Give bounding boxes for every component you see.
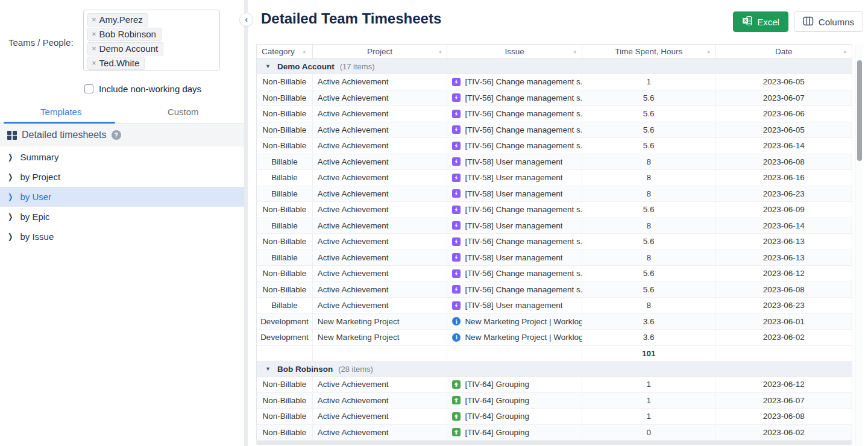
timesheet-row: Non-BillableActive Achievement[TIV-56] C… xyxy=(257,138,852,154)
project-cell: Active Achievement xyxy=(313,202,448,218)
bolt-icon xyxy=(452,78,461,86)
collapse-sidebar-button[interactable]: ‹ xyxy=(239,13,253,27)
issue-cell: [TIV-64] Grouping xyxy=(447,425,582,441)
sort-arrow-icon: ▲ xyxy=(706,49,711,54)
issue-cell: iNew Marketing Project | Worklog xyxy=(447,330,582,345)
group-total-row: 101 xyxy=(257,346,852,362)
bolt-icon xyxy=(452,253,461,262)
tab-custom[interactable]: Custom xyxy=(122,101,245,123)
category-cell: Non-Billable xyxy=(257,266,313,281)
hours-cell: 3.6 xyxy=(582,330,716,345)
column-header-issue[interactable]: Issue▲ xyxy=(447,45,582,58)
category-cell: Non-Billable xyxy=(257,282,313,298)
include-non-working-days-checkbox[interactable] xyxy=(84,84,93,93)
issue-cell: [TIV-56] Change management s... xyxy=(447,122,582,138)
bolt-icon xyxy=(452,93,461,102)
timesheet-row: Non-BillableActive Achievement[TIV-64] G… xyxy=(257,409,852,425)
empty-cell xyxy=(715,346,852,362)
issue-cell: [TIV-58] User management xyxy=(447,170,582,186)
chevron-right-icon: ❯ xyxy=(8,152,13,161)
hours-cell: 1 xyxy=(582,409,716,424)
tab-custom-label: Custom xyxy=(168,107,199,117)
group-header-row[interactable]: ▼Demo Account(17 items) xyxy=(257,59,852,74)
columns-button[interactable]: Columns xyxy=(794,11,863,32)
bolt-icon xyxy=(452,221,461,230)
sidebar-item-summary[interactable]: ❯Summary xyxy=(0,147,244,167)
hours-cell: 5.6 xyxy=(582,106,716,122)
hours-cell: 5.6 xyxy=(582,202,716,218)
include-non-working-days-row: Include non-working days xyxy=(84,84,201,94)
issue-label: [TIV-58] User management xyxy=(465,253,562,262)
project-cell: Active Achievement xyxy=(313,90,448,106)
improvement-icon xyxy=(452,380,461,389)
category-cell: Billable xyxy=(257,170,313,186)
issue-cell: iNew Marketing Project | Worklog xyxy=(447,314,582,330)
hours-cell: 3.6 xyxy=(582,314,716,330)
hours-cell: 5.6 xyxy=(582,90,716,106)
sidebar-item-by-user[interactable]: ❯by User xyxy=(0,187,244,207)
timesheet-row: BillableActive Achievement[TIV-58] User … xyxy=(257,154,852,171)
timesheet-row: Non-BillableActive Achievement[TIV-64] G… xyxy=(257,377,852,393)
column-header-category[interactable]: Category▲ xyxy=(257,45,313,58)
chevron-right-icon: ❯ xyxy=(8,232,13,240)
timesheet-row: Non-BillableActive Achievement[TIV-56] C… xyxy=(257,202,852,218)
person-chip-label: Bob Robinson xyxy=(99,29,156,39)
issue-cell: [TIV-56] Change management s... xyxy=(447,282,582,298)
help-icon[interactable]: ? xyxy=(112,130,121,140)
hours-cell: 8 xyxy=(582,186,716,202)
column-header-project[interactable]: Project▲ xyxy=(313,45,448,58)
project-cell: Active Achievement xyxy=(313,122,448,138)
teams-people-label: Teams / People: xyxy=(8,37,74,48)
empty-cell xyxy=(447,346,582,362)
issue-cell: [TIV-64] Grouping xyxy=(447,377,582,392)
svg-text:X: X xyxy=(744,17,747,24)
date-cell: 2023-06-14 xyxy=(715,138,852,154)
hours-cell: 5.6 xyxy=(582,122,716,138)
sidebar-item-by-issue[interactable]: ❯by Issue xyxy=(0,227,244,247)
horizontal-scrollbar[interactable] xyxy=(256,441,852,445)
date-cell: 2023-06-08 xyxy=(715,409,852,424)
vertical-scrollbar-thumb[interactable] xyxy=(857,60,862,161)
people-multiselect[interactable]: ×Amy.Perez×Bob Robinson×Demo Account×Ted… xyxy=(83,10,220,71)
person-chip: ×Bob Robinson xyxy=(87,28,162,41)
app-window: Teams / People: ×Amy.Perez×Bob Robinson×… xyxy=(0,0,868,446)
bolt-icon xyxy=(452,125,461,134)
table-body: ▼Demo Account(17 items)Non-BillableActiv… xyxy=(257,59,852,441)
remove-person-icon[interactable]: × xyxy=(92,44,96,53)
issue-label: New Marketing Project | Worklog xyxy=(465,333,582,342)
issue-cell: [TIV-56] Change management s... xyxy=(447,202,582,218)
info-icon: i xyxy=(452,317,461,325)
person-chip: ×Demo Account xyxy=(87,42,163,55)
include-non-working-days-label: Include non-working days xyxy=(99,84,201,94)
project-cell: Active Achievement xyxy=(313,377,448,392)
vertical-scrollbar-track[interactable] xyxy=(855,45,863,446)
date-cell: 2023-06-06 xyxy=(715,106,852,122)
timesheet-row: Non-BillableActive Achievement[TIV-64] G… xyxy=(257,425,852,441)
bolt-icon xyxy=(452,301,461,310)
remove-person-icon[interactable]: × xyxy=(92,30,96,39)
issue-label: [TIV-56] Change management s... xyxy=(465,285,582,294)
bolt-icon xyxy=(452,110,461,118)
page-title: Detailed Team Timesheets xyxy=(261,10,441,27)
issue-label: [TIV-64] Grouping xyxy=(465,380,529,389)
column-header-label: Issue xyxy=(505,47,524,56)
excel-export-button[interactable]: X Excel xyxy=(733,11,788,32)
project-cell: Active Achievement xyxy=(313,154,448,170)
column-header-time-spent-hours[interactable]: Time Spent, Hours▲ xyxy=(582,45,716,58)
sidebar-item-label: Summary xyxy=(20,152,58,162)
group-item-count: (28 items) xyxy=(338,365,373,374)
excel-button-label: Excel xyxy=(757,17,779,27)
sidebar-item-by-epic[interactable]: ❯by Epic xyxy=(0,207,244,227)
group-header-row[interactable]: ▼Bob Robinson(28 items) xyxy=(257,362,852,377)
issue-label: New Marketing Project | Worklog xyxy=(465,317,582,326)
tab-templates[interactable]: Templates xyxy=(0,101,122,123)
column-header-date[interactable]: Date▲ xyxy=(715,45,852,58)
sidebar-item-by-project[interactable]: ❯by Project xyxy=(0,167,244,187)
remove-person-icon[interactable]: × xyxy=(92,58,96,68)
timesheet-row: BillableActive Achievement[TIV-58] User … xyxy=(257,250,852,266)
person-chip-label: Demo Account xyxy=(99,43,159,54)
issue-cell: [TIV-56] Change management s... xyxy=(447,106,582,122)
category-cell: Non-Billable xyxy=(257,393,313,409)
date-cell: 2023-06-09 xyxy=(715,202,852,218)
remove-person-icon[interactable]: × xyxy=(92,15,96,24)
